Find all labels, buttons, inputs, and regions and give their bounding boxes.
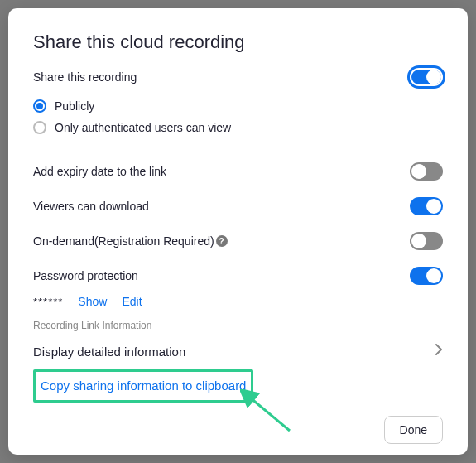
ondemand-text: On-demand(Registration Required) [33, 234, 214, 248]
download-row: Viewers can download [33, 189, 443, 224]
radio-icon [33, 121, 46, 134]
radio-publicly[interactable]: Publicly [33, 99, 443, 113]
ondemand-label: On-demand(Registration Required) ? [33, 234, 228, 248]
radio-publicly-label: Publicly [55, 99, 94, 113]
expiry-label: Add expiry date to the link [33, 165, 166, 178]
modal-title: Share this cloud recording [33, 31, 443, 53]
share-recording-modal: Share this cloud recording Share this re… [8, 8, 468, 455]
chevron-right-icon [435, 343, 443, 359]
edit-password-button[interactable]: Edit [122, 295, 142, 308]
password-toggle[interactable] [410, 267, 443, 285]
modal-footer: Done [33, 403, 443, 444]
ondemand-row: On-demand(Registration Required) ? [33, 224, 443, 258]
password-row: Password protection [33, 258, 443, 293]
share-this-recording-row: Share this recording [33, 68, 443, 86]
share-recording-toggle[interactable] [410, 68, 443, 86]
share-scope-radio-group: Publicly Only authenticated users can vi… [33, 99, 443, 142]
download-label: Viewers can download [33, 200, 149, 213]
radio-authenticated-only[interactable]: Only authenticated users can view [33, 121, 443, 134]
password-controls: ****** Show Edit [33, 295, 443, 308]
copy-sharing-info-button[interactable]: Copy sharing information to clipboard [41, 379, 246, 393]
radio-auth-only-label: Only authenticated users can view [55, 121, 231, 134]
password-protection-label: Password protection [33, 269, 138, 282]
copy-link-container: Copy sharing information to clipboard [33, 368, 443, 403]
ondemand-toggle[interactable] [410, 232, 443, 250]
help-icon[interactable]: ? [216, 235, 228, 247]
download-toggle[interactable] [410, 197, 443, 215]
share-this-recording-label: Share this recording [33, 70, 137, 84]
annotation-highlight: Copy sharing information to clipboard [33, 369, 253, 403]
done-button[interactable]: Done [384, 416, 443, 444]
display-detailed-info-row[interactable]: Display detailed information [33, 338, 443, 368]
show-password-button[interactable]: Show [78, 295, 107, 308]
password-mask: ****** [33, 296, 63, 308]
display-detailed-info-label: Display detailed information [33, 345, 185, 359]
recording-link-info-label: Recording Link Information [33, 320, 443, 331]
radio-icon [33, 99, 46, 113]
expiry-row: Add expiry date to the link [33, 154, 443, 189]
expiry-toggle[interactable] [410, 162, 443, 181]
